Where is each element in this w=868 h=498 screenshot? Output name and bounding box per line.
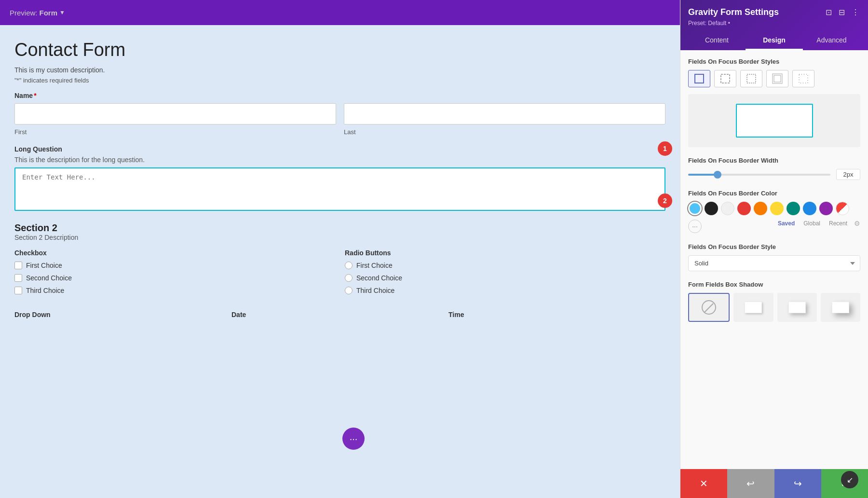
swatch-light-blue[interactable] (688, 202, 702, 215)
help-icon[interactable]: ↙ (841, 471, 858, 488)
svg-rect-5 (799, 74, 808, 83)
dropdown-label: Drop Down (14, 311, 231, 318)
checkbox-choice-3: Third Choice (14, 287, 335, 294)
border-style-dashed[interactable] (714, 70, 736, 87)
focus-border-style-section: Fields On Focus Border Style Solid Dashe… (688, 243, 860, 271)
form-selector[interactable]: Form ▼ (40, 9, 65, 17)
checkbox-3[interactable] (14, 287, 22, 294)
shadow-opt-2[interactable] (777, 293, 817, 322)
required-note: "*" indicates required fields (14, 77, 665, 84)
swatch-orange[interactable] (754, 202, 767, 215)
solid-border-icon (693, 73, 705, 84)
radio-label: Radio Buttons (345, 249, 665, 257)
focus-border-width-label: Fields On Focus Border Width (688, 157, 860, 164)
panel-title: Gravity Form Settings (688, 7, 779, 17)
panel-tabs: Content Design Advanced (688, 31, 860, 50)
swatch-yellow[interactable] (770, 202, 784, 215)
fab-button[interactable]: ··· (342, 428, 365, 450)
dotted-border-icon (746, 73, 757, 84)
first-label: First (14, 128, 336, 136)
border-style-solid[interactable] (688, 70, 710, 87)
no-border-icon (798, 73, 809, 84)
radio-3[interactable] (345, 287, 353, 294)
swatch-green[interactable] (787, 202, 800, 215)
dashed-border-icon (719, 73, 731, 84)
bottom-labels: Drop Down Date Time (14, 311, 665, 318)
section-divider: Section 2 Section 2 Description (14, 222, 665, 241)
focus-border-color-section: Fields On Focus Border Color ··· Saved G… (688, 190, 860, 234)
undo-button[interactable]: ↩ (727, 469, 774, 498)
section-2-desc: Section 2 Description (14, 234, 665, 241)
first-name-input[interactable] (14, 103, 336, 124)
box-shadow-label: Form Fields Box Shadow (688, 281, 860, 288)
slider-row: 2px (688, 169, 860, 180)
badge-2: 2 (658, 194, 672, 208)
tab-design[interactable]: Design (746, 31, 803, 50)
swatch-purple[interactable] (819, 202, 833, 215)
border-width-slider-track[interactable] (688, 174, 830, 176)
svg-rect-4 (774, 75, 781, 82)
border-style-dotted[interactable] (740, 70, 762, 87)
panel-fullscreen-icon[interactable]: ⊡ (825, 7, 833, 18)
swatch-black[interactable] (705, 202, 718, 215)
border-width-slider-thumb[interactable] (714, 171, 721, 179)
checkbox-2[interactable] (14, 274, 22, 282)
double-border-icon (772, 73, 783, 84)
color-tab-recent[interactable]: Recent (827, 219, 849, 228)
two-col-choices: Checkbox First Choice Second Choice Thir… (14, 249, 665, 299)
border-preview-box (736, 104, 813, 138)
swatch-white[interactable] (721, 202, 734, 215)
focus-border-style-label: Fields On Focus Border Style (688, 243, 860, 250)
swatch-red[interactable] (737, 202, 751, 215)
cancel-button[interactable]: ✕ (680, 469, 727, 498)
tab-content[interactable]: Content (688, 31, 746, 50)
border-style-double[interactable] (766, 70, 788, 87)
shadow-opt-1[interactable] (733, 293, 773, 322)
focus-border-width-section: Fields On Focus Border Width 2px (688, 157, 860, 180)
undo-icon: ↩ (746, 478, 755, 489)
radio-choice-2: Second Choice (345, 274, 665, 282)
badge-1: 1 (658, 141, 672, 156)
form-title: Contact Form (14, 40, 665, 60)
color-tab-global[interactable]: Global (801, 219, 822, 228)
last-name-input[interactable] (344, 103, 665, 124)
redo-button[interactable]: ↪ (774, 469, 821, 498)
checkbox-1[interactable] (14, 262, 22, 269)
no-shadow-icon (702, 300, 716, 315)
shadow-opt-3[interactable] (821, 293, 860, 322)
color-tabs: Saved Global Recent ⚙ (776, 219, 860, 228)
radio-1[interactable] (345, 262, 353, 269)
box-shadow-section: Form Fields Box Shadow (688, 281, 860, 322)
panel-more-icon[interactable]: ⋮ (851, 7, 860, 18)
radio-2[interactable] (345, 274, 353, 282)
swatch-eraser[interactable] (836, 202, 849, 215)
radio-choice-1: First Choice (345, 262, 665, 269)
border-preview-wrap (688, 94, 860, 147)
long-question-area: Long Question This is the description fo… (14, 145, 665, 213)
section-2-title: Section 2 (14, 222, 665, 234)
right-panel: Gravity Form Settings ⊡ ⊟ ⋮ Preset: Defa… (680, 0, 868, 498)
swatch-more-btn[interactable]: ··· (688, 220, 702, 233)
fab-icon: ··· (350, 433, 358, 444)
shadow-none[interactable] (688, 293, 730, 322)
long-question-desc: This is the description for the long que… (14, 156, 665, 164)
panel-header: Gravity Form Settings ⊡ ⊟ ⋮ Preset: Defa… (680, 0, 868, 50)
color-settings-icon[interactable]: ⚙ (854, 220, 860, 227)
color-tab-saved[interactable]: Saved (776, 219, 797, 228)
tab-advanced[interactable]: Advanced (803, 31, 860, 50)
border-width-value[interactable]: 2px (836, 169, 860, 180)
time-label: Time (448, 311, 665, 318)
panel-layout-icon[interactable]: ⊟ (838, 7, 846, 18)
preview-label: Preview: (10, 9, 38, 17)
border-style-none[interactable] (792, 70, 814, 87)
long-question-textarea[interactable] (14, 167, 665, 211)
focus-border-styles-section: Fields On Focus Border Styles (688, 58, 860, 147)
panel-preset: Preset: Default • (688, 20, 860, 27)
border-style-select[interactable]: Solid Dashed Dotted Double (688, 255, 860, 271)
form-description: This is my custom description. (14, 66, 665, 74)
swatch-blue[interactable] (803, 202, 816, 215)
svg-rect-2 (747, 74, 756, 83)
checkbox-choice-1: First Choice (14, 262, 335, 269)
name-row (14, 103, 665, 124)
shadow-preview-1 (745, 302, 762, 313)
